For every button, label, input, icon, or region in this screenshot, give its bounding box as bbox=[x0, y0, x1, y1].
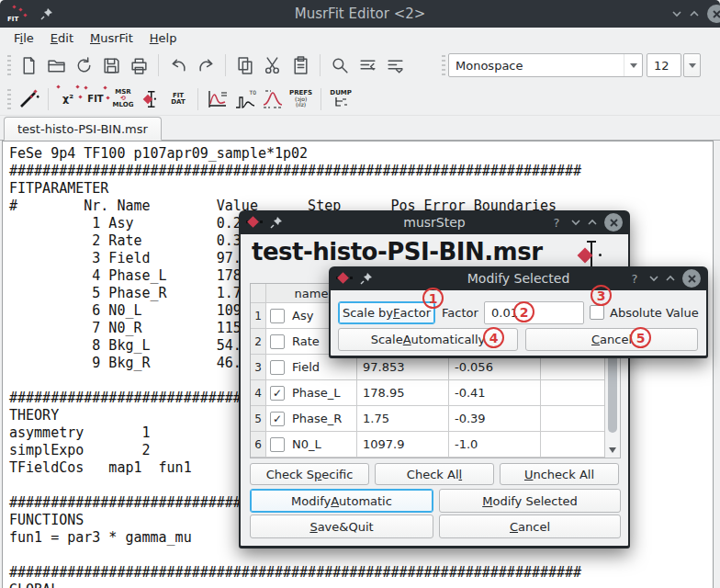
find-next-icon[interactable] bbox=[381, 52, 409, 78]
chevron-down-icon[interactable] bbox=[624, 54, 642, 76]
undo-icon[interactable] bbox=[164, 52, 192, 78]
annotation-circle-5: 5 bbox=[630, 327, 651, 348]
scrollbar-down-arrow-icon[interactable] bbox=[609, 447, 616, 453]
pin-icon[interactable] bbox=[270, 216, 283, 229]
scale-by-factor-button[interactable]: Scale by Factor bbox=[338, 301, 435, 324]
row-checkbox[interactable] bbox=[270, 386, 285, 401]
menu-file[interactable]: File bbox=[6, 29, 42, 47]
menu-help[interactable]: Help bbox=[141, 29, 186, 47]
find-icon[interactable] bbox=[326, 52, 354, 78]
menubar: File Edit MusrFit Help bbox=[0, 28, 720, 48]
menu-edit[interactable]: Edit bbox=[42, 29, 82, 47]
maximize-icon[interactable] bbox=[690, 9, 699, 18]
maximize-icon[interactable] bbox=[666, 274, 675, 283]
absolute-value-checkbox[interactable] bbox=[590, 305, 604, 320]
param-step[interactable]: -0.41 bbox=[449, 380, 541, 406]
minimize-icon[interactable] bbox=[649, 274, 658, 283]
check-all-button[interactable]: Check All bbox=[375, 463, 494, 485]
param-value[interactable]: 1.75 bbox=[357, 406, 449, 432]
paste-icon[interactable] bbox=[287, 52, 314, 78]
param-step[interactable]: -0.39 bbox=[449, 406, 541, 432]
msr2data-icon[interactable]: FIT DAT bbox=[164, 85, 192, 113]
table-row[interactable]: 3 Field 97.853 -0.056 bbox=[251, 355, 620, 380]
prefs-icon[interactable]: PREFS (ɔjo) (ılz) bbox=[287, 85, 315, 113]
close-icon[interactable] bbox=[682, 269, 701, 288]
menu-musrfit[interactable]: MusrFit bbox=[82, 29, 141, 47]
row-number: 2 bbox=[251, 329, 266, 355]
msr-wizard-icon[interactable] bbox=[15, 85, 42, 113]
toolbar-separator bbox=[321, 88, 321, 110]
minimize-icon[interactable] bbox=[571, 218, 580, 227]
toolbar-separator bbox=[158, 54, 159, 76]
cut-icon[interactable] bbox=[259, 52, 287, 78]
param-value[interactable]: 1097.9 bbox=[357, 432, 449, 458]
open-file-icon[interactable] bbox=[42, 52, 70, 78]
maximize-icon[interactable] bbox=[588, 218, 597, 227]
cancel-button[interactable]: Cancel bbox=[525, 328, 698, 351]
cancel-button[interactable]: Cancel bbox=[439, 514, 621, 538]
toolbar-grip[interactable] bbox=[7, 89, 11, 109]
dump-icon[interactable]: DUMP bbox=[327, 85, 354, 113]
row-number: 5 bbox=[251, 406, 266, 432]
factor-label: Factor bbox=[442, 301, 478, 324]
param-value[interactable]: 178.95 bbox=[357, 380, 449, 406]
row-checkbox[interactable] bbox=[270, 437, 285, 452]
swap-msr-mlog-icon[interactable]: MSR ⟲ MLOG bbox=[109, 85, 137, 113]
toolbar-grip[interactable] bbox=[7, 55, 11, 75]
table-row[interactable]: 5 Phase_R 1.75 -0.39 bbox=[251, 406, 620, 432]
modify-selected-button[interactable]: Modify Selected bbox=[439, 489, 621, 513]
save-icon[interactable] bbox=[97, 52, 125, 78]
pin-icon[interactable] bbox=[360, 272, 373, 285]
param-name: N0_L bbox=[292, 437, 321, 451]
pin-icon[interactable] bbox=[40, 7, 53, 20]
redo-icon[interactable] bbox=[192, 52, 219, 78]
reload-icon[interactable] bbox=[70, 52, 97, 78]
absolute-value-label: Absolute Value bbox=[610, 301, 699, 324]
uncheck-all-button[interactable]: Uncheck All bbox=[500, 463, 619, 485]
main-window: FIT MusrFit Editor <2> File Edit MusrFit… bbox=[0, 0, 720, 141]
param-name: Phase_R bbox=[292, 412, 342, 425]
row-number: 4 bbox=[251, 380, 266, 406]
tab-msr-file[interactable]: test-histo-PSI-BIN.msr bbox=[4, 117, 162, 141]
window-title: MusrFit Editor <2> bbox=[55, 6, 665, 22]
param-step[interactable]: -1.0 bbox=[449, 432, 541, 458]
modify-automatic-button[interactable]: Modify Automatic bbox=[250, 489, 433, 513]
check-specific-button[interactable]: Check Specific bbox=[250, 463, 369, 485]
main-titlebar: FIT MusrFit Editor <2> bbox=[0, 0, 720, 28]
dialog-title: Modify Selected bbox=[395, 271, 642, 286]
font-size-dropdown-icon[interactable] bbox=[683, 53, 701, 77]
close-icon[interactable] bbox=[707, 5, 720, 23]
new-file-icon[interactable] bbox=[15, 52, 42, 78]
musrft-icon[interactable] bbox=[259, 85, 287, 113]
param-name: Asy bbox=[292, 309, 313, 322]
row-checkbox[interactable] bbox=[270, 309, 285, 323]
font-family-combobox[interactable]: Monospace bbox=[448, 53, 643, 77]
toolbar-grip[interactable] bbox=[442, 55, 445, 75]
musrstep-app-icon bbox=[246, 215, 263, 230]
table-row[interactable]: 4 Phase_L 178.95 -0.41 bbox=[251, 380, 620, 406]
musrfit-icon[interactable]: FIT bbox=[82, 85, 109, 113]
close-icon[interactable] bbox=[604, 213, 623, 232]
row-checkbox[interactable] bbox=[270, 412, 285, 426]
param-value[interactable]: 97.853 bbox=[357, 355, 449, 380]
minimize-icon[interactable] bbox=[672, 9, 681, 18]
print-icon[interactable] bbox=[125, 52, 152, 78]
copy-icon[interactable] bbox=[231, 52, 259, 78]
row-checkbox[interactable] bbox=[270, 334, 285, 349]
table-row[interactable]: 6 N0_L 1097.9 -1.0 bbox=[251, 432, 620, 458]
calc-chisq-icon[interactable]: χ² bbox=[54, 85, 82, 113]
musrstep-icon[interactable] bbox=[137, 85, 164, 113]
save-quit-button[interactable]: Save&Quit bbox=[250, 514, 433, 538]
param-step[interactable]: -0.056 bbox=[449, 355, 541, 380]
toolbar-separator bbox=[48, 88, 49, 110]
musrt0-icon[interactable]: T0 bbox=[231, 85, 259, 113]
musrview-icon[interactable] bbox=[204, 85, 231, 113]
musrstep-app-icon bbox=[336, 271, 353, 286]
toolbar-separator bbox=[320, 54, 321, 76]
modify-titlebar: Modify Selected ? bbox=[331, 266, 706, 290]
find-previous-icon[interactable] bbox=[354, 52, 381, 78]
toolbar-separator bbox=[225, 54, 226, 76]
row-checkbox[interactable] bbox=[270, 360, 285, 375]
font-size-combobox[interactable]: 12 bbox=[647, 53, 681, 77]
row-number: 1 bbox=[251, 303, 266, 329]
